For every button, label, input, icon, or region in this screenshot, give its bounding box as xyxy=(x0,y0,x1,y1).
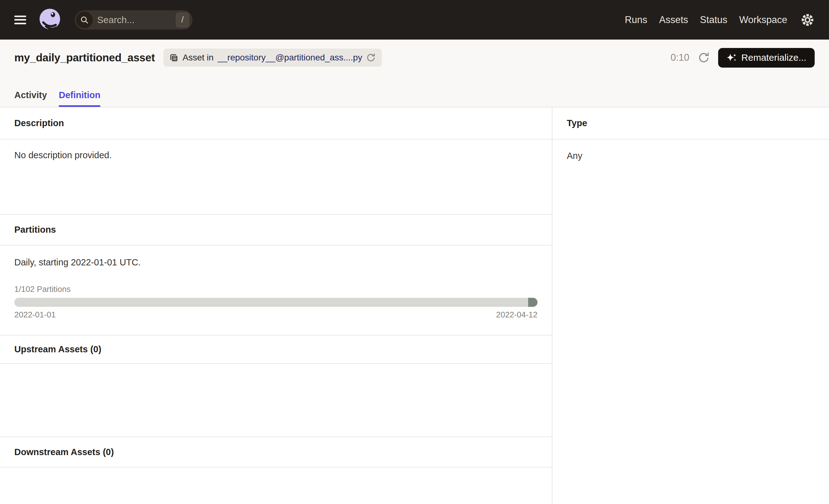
tab-bar: Activity Definition xyxy=(14,90,100,107)
upstream-section-body xyxy=(0,364,552,437)
description-section-header: Description xyxy=(0,107,552,140)
type-value: Any xyxy=(552,140,829,161)
reload-repository-icon[interactable] xyxy=(366,52,376,63)
app-window: / Runs Assets Status Workspace my_daily_… xyxy=(0,0,829,504)
rematerialize-label: Rematerialize... xyxy=(742,52,806,63)
partition-health-bar xyxy=(14,298,538,307)
partitions-section-body: Daily, starting 2022-01-01 UTC. 1/102 Pa… xyxy=(0,246,552,335)
top-nav-links: Runs Assets Status Workspace xyxy=(625,14,787,26)
right-column: Type Any xyxy=(552,107,829,504)
refresh-icon[interactable] xyxy=(697,51,710,64)
partition-progress-label: 1/102 Partitions xyxy=(14,284,538,294)
rematerialize-button[interactable]: Rematerialize... xyxy=(718,48,815,68)
partition-definition-text: Daily, starting 2022-01-01 UTC. xyxy=(14,246,538,267)
nav-workspace[interactable]: Workspace xyxy=(739,14,788,26)
page-title: my_daily_partitioned_asset xyxy=(14,51,155,64)
nav-status[interactable]: Status xyxy=(700,14,727,26)
search-box: / xyxy=(75,10,192,30)
upstream-heading: Upstream Assets (0) xyxy=(14,344,101,355)
asset-origin-link[interactable]: __repository__@partitioned_ass....py xyxy=(218,52,362,63)
partition-range-end: 2022-04-12 xyxy=(496,310,538,320)
search-input[interactable] xyxy=(93,15,176,25)
downstream-section-header: Downstream Assets (0) xyxy=(0,437,552,468)
search-icon xyxy=(76,11,93,28)
description-text: No description provided. xyxy=(14,140,538,160)
downstream-section-body xyxy=(0,468,552,504)
asset-origin-badge: Asset in __repository__@partitioned_ass.… xyxy=(164,48,382,67)
top-nav-bar: / Runs Assets Status Workspace xyxy=(0,0,829,40)
asset-group-icon xyxy=(169,53,178,62)
description-section-body: No description provided. xyxy=(0,140,552,215)
gear-icon[interactable] xyxy=(800,13,815,27)
partitions-heading: Partitions xyxy=(14,225,56,235)
upstream-section-header: Upstream Assets (0) xyxy=(0,335,552,364)
page-header: my_daily_partitioned_asset Asset in __re… xyxy=(0,40,829,107)
nav-runs[interactable]: Runs xyxy=(625,14,647,26)
type-section-header: Type xyxy=(552,107,829,140)
downstream-heading: Downstream Assets (0) xyxy=(14,447,114,457)
tab-definition[interactable]: Definition xyxy=(59,90,101,107)
partition-range-start: 2022-01-01 xyxy=(14,310,56,320)
sparkle-icon xyxy=(726,52,737,63)
description-heading: Description xyxy=(14,118,64,128)
refresh-countdown: 0:10 xyxy=(671,52,689,63)
hamburger-menu-icon[interactable] xyxy=(14,15,26,24)
partitions-section-header: Partitions xyxy=(0,215,552,246)
type-heading: Type xyxy=(567,118,587,128)
left-column: Description No description provided. Par… xyxy=(0,107,552,504)
definition-content: Description No description provided. Par… xyxy=(0,107,829,504)
partition-health-bar-fill xyxy=(528,298,538,307)
dagster-logo-icon[interactable] xyxy=(38,8,62,32)
search-shortcut-key: / xyxy=(176,12,189,28)
tab-activity[interactable]: Activity xyxy=(14,90,47,107)
asset-badge-prefix: Asset in xyxy=(182,52,214,63)
nav-assets[interactable]: Assets xyxy=(659,14,688,26)
